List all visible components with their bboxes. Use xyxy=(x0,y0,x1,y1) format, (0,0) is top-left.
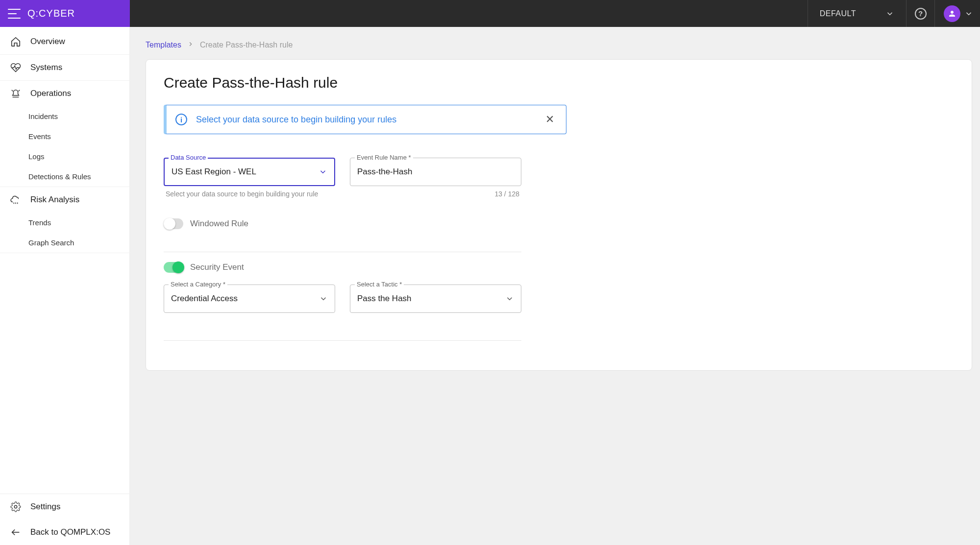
toggle-label: Windowed Rule xyxy=(190,219,248,229)
sidebar-item-overview[interactable]: Overview xyxy=(0,29,129,55)
field-label: Event Rule Name * xyxy=(355,154,413,161)
chevron-down-icon xyxy=(885,9,894,18)
category-field: Select a Category * Credential Access xyxy=(164,284,335,313)
close-icon[interactable]: ✕ xyxy=(542,113,557,126)
rule-name-input[interactable]: Pass-the-Hash xyxy=(350,158,521,186)
windowed-rule-toggle[interactable] xyxy=(164,218,183,229)
tactic-select[interactable]: Pass the Hash xyxy=(350,284,521,313)
breadcrumb: Templates Create Pass-the-Hash rule xyxy=(130,27,980,59)
cloud-rain-icon xyxy=(10,194,22,206)
brand-name: Q:CYBER xyxy=(27,8,75,19)
topbar: Q:CYBER DEFAULT ? xyxy=(0,0,980,27)
heartbeat-icon xyxy=(10,62,22,73)
info-banner: i Select your data source to begin build… xyxy=(164,105,566,134)
sidebar-item-systems[interactable]: Systems xyxy=(0,55,129,81)
category-value: Credential Access xyxy=(171,294,238,304)
svg-point-6 xyxy=(14,505,17,508)
sidebar-item-operations[interactable]: Operations xyxy=(0,81,129,106)
sidebar-item-settings[interactable]: Settings xyxy=(0,494,129,520)
sidebar-item-label: Detections & Rules xyxy=(28,172,91,181)
chevron-down-icon xyxy=(964,9,973,18)
arrow-left-icon xyxy=(10,526,22,538)
sidebar-item-label: Systems xyxy=(30,63,62,72)
info-banner-message: Select your data source to begin buildin… xyxy=(196,115,534,125)
brand: Q:CYBER xyxy=(0,0,130,27)
sidebar-item-label: Logs xyxy=(28,152,45,161)
sidebar-item-label: Settings xyxy=(30,502,60,512)
rule-name-field: Event Rule Name * Pass-the-Hash 13 / 128 xyxy=(350,158,521,198)
sidebar-item-label: Trends xyxy=(28,218,51,227)
sidebar-item-detections[interactable]: Detections & Rules xyxy=(0,166,129,187)
sidebar-item-logs[interactable]: Logs xyxy=(0,146,129,166)
field-label: Data Source xyxy=(169,154,208,161)
gear-icon xyxy=(10,501,22,513)
sidebar-item-label: Events xyxy=(28,132,51,141)
sidebar: Overview Systems Operations Incidents Ev… xyxy=(0,27,130,545)
sidebar-item-label: Back to QOMPLX:OS xyxy=(30,527,110,537)
chevron-right-icon xyxy=(187,41,194,49)
alert-icon xyxy=(10,88,22,99)
sidebar-item-risk[interactable]: Risk Analysis xyxy=(0,187,129,213)
divider xyxy=(164,340,521,341)
page-title: Create Pass-the-Hash rule xyxy=(164,74,954,91)
data-source-value: US East Region - WEL xyxy=(172,167,256,177)
sidebar-item-events[interactable]: Events xyxy=(0,126,129,146)
svg-line-0 xyxy=(12,90,13,92)
chevron-down-icon xyxy=(319,294,328,303)
sidebar-item-label: Overview xyxy=(30,37,65,47)
home-icon xyxy=(10,36,22,47)
toggle-label: Security Event xyxy=(190,262,244,272)
data-source-select[interactable]: US East Region - WEL xyxy=(164,158,335,186)
person-icon xyxy=(948,9,956,18)
sidebar-item-label: Risk Analysis xyxy=(30,195,79,205)
menu-toggle-icon[interactable] xyxy=(8,9,21,19)
divider xyxy=(164,252,521,252)
field-label: Select a Tactic * xyxy=(355,281,404,288)
field-help: Select your data source to begin buildin… xyxy=(164,186,335,198)
field-label: Select a Category * xyxy=(169,281,227,288)
help-icon: ? xyxy=(915,8,927,20)
breadcrumb-parent[interactable]: Templates xyxy=(146,41,181,49)
sidebar-item-trends[interactable]: Trends xyxy=(0,213,129,233)
tactic-field: Select a Tactic * Pass the Hash xyxy=(350,284,521,313)
sidebar-item-incidents[interactable]: Incidents xyxy=(0,106,129,126)
avatar xyxy=(944,5,960,22)
tenant-selector[interactable]: DEFAULT xyxy=(808,0,906,27)
data-source-field: Data Source US East Region - WEL Select … xyxy=(164,158,335,198)
category-select[interactable]: Credential Access xyxy=(164,284,335,313)
info-icon: i xyxy=(175,114,187,125)
tenant-selector-label: DEFAULT xyxy=(820,9,856,18)
breadcrumb-current: Create Pass-the-Hash rule xyxy=(200,41,293,49)
tactic-value: Pass the Hash xyxy=(357,294,412,304)
chevron-down-icon xyxy=(318,167,327,176)
rule-name-value: Pass-the-Hash xyxy=(357,167,412,177)
sidebar-item-back[interactable]: Back to QOMPLX:OS xyxy=(0,520,129,545)
security-event-row: Security Event xyxy=(164,262,954,273)
help-button[interactable]: ? xyxy=(906,0,934,27)
user-menu[interactable] xyxy=(934,0,980,27)
sidebar-item-label: Operations xyxy=(30,89,71,98)
sidebar-item-label: Incidents xyxy=(28,112,58,120)
main-content: Templates Create Pass-the-Hash rule Crea… xyxy=(130,27,980,545)
security-event-toggle[interactable] xyxy=(164,262,183,273)
sidebar-item-label: Graph Search xyxy=(28,238,74,247)
char-counter: 13 / 128 xyxy=(350,186,521,198)
windowed-rule-row: Windowed Rule xyxy=(164,218,954,229)
sidebar-item-graph-search[interactable]: Graph Search xyxy=(0,233,129,253)
chevron-down-icon xyxy=(505,294,514,303)
svg-line-1 xyxy=(19,90,20,92)
form-card: Create Pass-the-Hash rule i Select your … xyxy=(146,59,972,371)
